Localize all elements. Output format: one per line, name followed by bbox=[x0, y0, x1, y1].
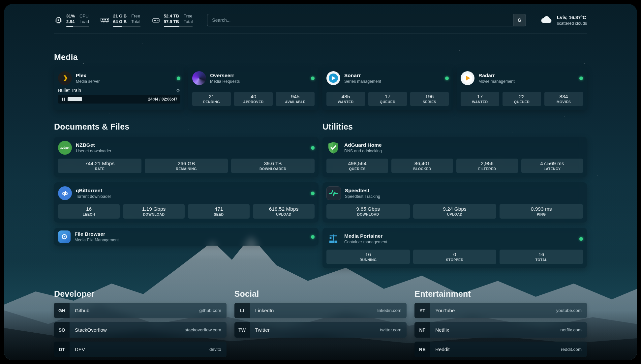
service-card-portainer[interactable]: Media Portainer Container management 16 … bbox=[322, 228, 587, 268]
bookmark-url: netflix.com bbox=[560, 327, 582, 332]
youtube-icon: YT bbox=[414, 303, 430, 318]
bookmark-url: youtube.com bbox=[556, 308, 582, 313]
stat-total: 16 TOTAL bbox=[500, 250, 583, 264]
adguard-shield-icon bbox=[326, 141, 340, 155]
service-card-qbittorrent[interactable]: qb qBittorrent Torrent downloader 16 LEE… bbox=[54, 182, 319, 223]
status-dot bbox=[311, 146, 315, 150]
playback-progress-bar[interactable]: 24:44 / 02:06:47 bbox=[58, 95, 180, 104]
stat-queries: 498,564 QUERIES bbox=[326, 159, 388, 173]
bookmark-url: dev.to bbox=[209, 347, 221, 352]
bookmark-url: reddit.com bbox=[561, 347, 582, 352]
dev-icon: DT bbox=[54, 342, 70, 357]
memory-free-value: 21 GiB bbox=[113, 13, 127, 19]
stat-available: 945 AVAILABLE bbox=[276, 92, 315, 106]
bookmark-reddit[interactable]: RE Reddit reddit.com bbox=[414, 342, 587, 357]
memory-total-value: 64 GiB bbox=[113, 19, 127, 24]
github-icon: GH bbox=[54, 303, 70, 318]
plex-icon bbox=[58, 71, 72, 85]
bookmark-url: github.com bbox=[199, 308, 221, 313]
service-subtitle: Media File Management bbox=[75, 237, 119, 243]
bookmark-group-entertainment: Entertainment YT YouTube youtube.com NF … bbox=[414, 289, 587, 357]
stat-remaining: 266 GB REMAINING bbox=[145, 159, 228, 173]
netflix-icon: NF bbox=[414, 322, 430, 338]
status-dot bbox=[445, 76, 449, 80]
section-media: Media Plex Media server bbox=[54, 52, 587, 110]
stat-download: 1.19 Gbps DOWNLOAD bbox=[123, 204, 185, 219]
cpu-load-label: Load bbox=[79, 19, 89, 24]
overseerr-icon bbox=[192, 71, 206, 85]
weather-location: Lviv, 16.87°C bbox=[557, 15, 587, 21]
status-dot bbox=[311, 76, 315, 80]
service-card-plex[interactable]: Plex Media server Bullet Train ⚙ bbox=[54, 67, 184, 110]
service-subtitle: Media Requests bbox=[210, 79, 240, 84]
bookmark-github[interactable]: GH Github github.com bbox=[54, 303, 227, 318]
stat-approved: 40 APPROVED bbox=[234, 92, 273, 106]
stat-upload: 618.52 Mbps UPLOAD bbox=[253, 204, 315, 219]
stat-seed: 471 SEED bbox=[188, 204, 250, 219]
weather-condition: scattered clouds bbox=[557, 21, 587, 26]
service-subtitle: Speedtest Tracking bbox=[345, 194, 380, 199]
bookmark-youtube[interactable]: YT YouTube youtube.com bbox=[414, 303, 587, 318]
now-playing-title: Bullet Train bbox=[58, 88, 81, 93]
bookmark-netflix[interactable]: NF Netflix netflix.com bbox=[414, 322, 587, 338]
stat-wanted: 17 WANTED bbox=[461, 92, 499, 106]
service-subtitle: Torrent downloader bbox=[76, 194, 111, 199]
disk-progress-bar bbox=[164, 26, 193, 27]
service-card-overseerr[interactable]: Overseerr Media Requests 21 PENDING 40 A… bbox=[188, 67, 319, 110]
bookmark-name: Reddit bbox=[435, 347, 449, 352]
search-engine-button[interactable]: G bbox=[513, 14, 526, 26]
service-subtitle: DNS and adblocking bbox=[344, 148, 382, 154]
pause-icon[interactable] bbox=[61, 98, 65, 101]
service-card-nzbget[interactable]: nzbget NZBGet Usenet downloader 744.21 M… bbox=[54, 137, 319, 177]
status-dot bbox=[177, 76, 180, 80]
service-name: Plex bbox=[76, 72, 100, 79]
stat-stopped: 0 STOPPED bbox=[413, 250, 497, 264]
stat-queued: 17 QUEUED bbox=[368, 92, 407, 106]
service-name: AdGuard Home bbox=[344, 142, 382, 148]
stat-ping: 0.993 ms PING bbox=[500, 204, 583, 219]
service-card-speedtest[interactable]: Speedtest Speedtest Tracking 9.65 Gbps D… bbox=[322, 182, 587, 223]
radarr-icon bbox=[461, 71, 474, 85]
service-card-radarr[interactable]: Radarr Movie management 17 WANTED 22 QUE… bbox=[457, 67, 587, 110]
sonarr-icon bbox=[326, 71, 340, 85]
bookmark-url: twitter.com bbox=[380, 327, 402, 332]
bookmark-url: stackoverflow.com bbox=[185, 327, 221, 332]
stat-running: 16 RUNNING bbox=[326, 250, 410, 264]
bookmark-stackoverflow[interactable]: SO StackOverflow stackoverflow.com bbox=[54, 322, 227, 338]
service-subtitle: Movie management bbox=[478, 79, 515, 84]
stat-series: 196 SERIES bbox=[410, 92, 449, 106]
service-card-sonarr[interactable]: Sonarr Series management 485 WANTED 17 Q… bbox=[322, 67, 453, 110]
linkedin-icon: LI bbox=[234, 303, 250, 318]
stat-download: 9.65 Gbps DOWNLOAD bbox=[326, 204, 410, 219]
stat-blocked: 86,401 BLOCKED bbox=[391, 159, 453, 173]
bookmarks-area: Developer GH Github github.com SO StackO… bbox=[54, 289, 587, 357]
filebrowser-icon bbox=[58, 230, 71, 243]
speedtest-icon bbox=[326, 186, 341, 200]
bookmark-dev[interactable]: DT DEV dev.to bbox=[54, 342, 227, 357]
portainer-icon bbox=[326, 232, 340, 246]
service-card-filebrowser[interactable]: File Browser Media File Management bbox=[54, 228, 319, 246]
twitter-icon: TW bbox=[234, 322, 250, 338]
cpu-load-value: 2.94 bbox=[66, 19, 75, 24]
status-dot bbox=[311, 192, 315, 195]
documents-section-title: Documents & Files bbox=[54, 122, 319, 132]
status-dot bbox=[579, 76, 583, 80]
service-subtitle: Container management bbox=[344, 239, 387, 245]
bookmark-name: Netflix bbox=[435, 327, 449, 333]
playback-progress-fill bbox=[68, 97, 82, 101]
bookmark-twitter[interactable]: TW Twitter twitter.com bbox=[234, 322, 407, 338]
status-dot bbox=[311, 235, 315, 239]
memory-icon bbox=[100, 16, 109, 24]
qbittorrent-icon: qb bbox=[58, 186, 72, 200]
dashboard-screen: 31% 2.94 CPU Load bbox=[4, 4, 637, 360]
entertainment-group-title: Entertainment bbox=[414, 289, 587, 299]
search-input[interactable] bbox=[207, 14, 513, 26]
resource-widgets: 31% 2.94 CPU Load bbox=[54, 13, 193, 27]
reddit-icon: RE bbox=[414, 342, 430, 357]
service-card-adguard[interactable]: AdGuard Home DNS and adblocking 498,564 … bbox=[322, 137, 587, 177]
disk-total-label: Total bbox=[184, 19, 193, 24]
memory-free-label: Free bbox=[131, 13, 140, 19]
bookmark-linkedin[interactable]: LI LinkedIn linkedin.com bbox=[234, 303, 407, 318]
service-subtitle: Usenet downloader bbox=[76, 148, 111, 154]
settings-gear-icon[interactable]: ⚙ bbox=[176, 88, 180, 93]
